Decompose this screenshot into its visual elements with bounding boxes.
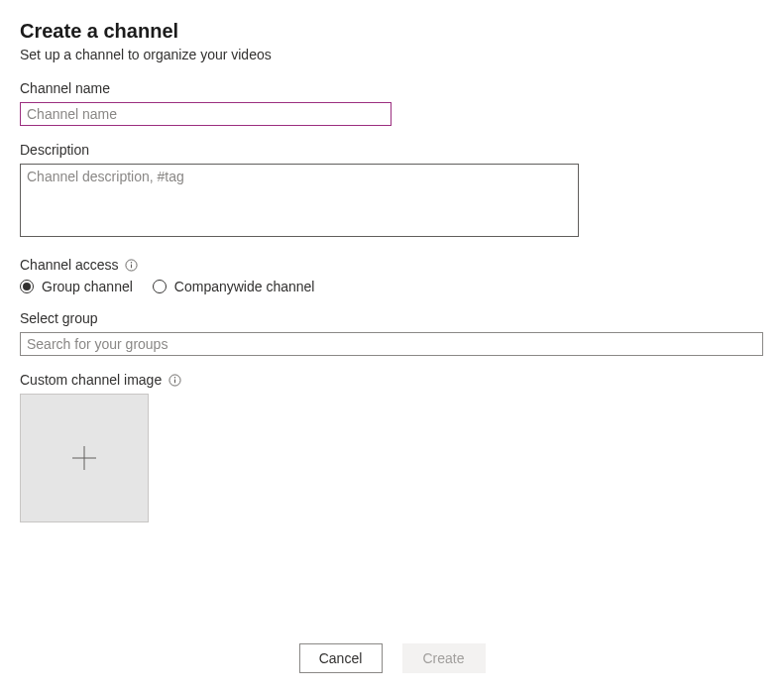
custom-image-label-row: Custom channel image xyxy=(20,372,764,388)
radio-circle-group xyxy=(20,280,34,293)
channel-access-label-row: Channel access xyxy=(20,257,764,273)
button-row: Cancel Create xyxy=(0,643,784,673)
channel-access-label: Channel access xyxy=(20,257,119,273)
svg-point-1 xyxy=(131,261,132,262)
plus-icon xyxy=(70,444,98,472)
channel-access-radio-group: Group channel Companywide channel xyxy=(20,279,764,294)
radio-circle-companywide xyxy=(153,280,167,293)
radio-companywide-channel[interactable]: Companywide channel xyxy=(153,279,315,294)
info-icon[interactable] xyxy=(168,373,181,387)
channel-name-field: Channel name xyxy=(20,80,764,126)
radio-label-companywide: Companywide channel xyxy=(174,279,315,294)
custom-image-label: Custom channel image xyxy=(20,372,162,388)
description-input[interactable] xyxy=(20,164,579,237)
svg-point-4 xyxy=(173,376,174,377)
info-icon[interactable] xyxy=(125,258,139,272)
channel-name-label: Channel name xyxy=(20,80,764,96)
channel-name-input[interactable] xyxy=(20,102,392,126)
select-group-label: Select group xyxy=(20,310,764,326)
page-subtitle: Set up a channel to organize your videos xyxy=(20,47,764,62)
channel-access-field: Channel access Group channel Companywide… xyxy=(20,257,764,294)
page-title: Create a channel xyxy=(20,20,764,43)
description-field: Description xyxy=(20,142,764,241)
custom-image-field: Custom channel image xyxy=(20,372,764,522)
image-upload-box[interactable] xyxy=(20,394,149,522)
cancel-button[interactable]: Cancel xyxy=(299,643,383,673)
svg-rect-5 xyxy=(174,379,175,383)
radio-group-channel[interactable]: Group channel xyxy=(20,279,133,294)
select-group-input[interactable] xyxy=(20,332,763,356)
select-group-field: Select group xyxy=(20,310,764,356)
svg-rect-2 xyxy=(131,264,132,268)
create-button: Create xyxy=(402,643,486,673)
radio-label-group: Group channel xyxy=(42,279,133,294)
description-label: Description xyxy=(20,142,764,158)
